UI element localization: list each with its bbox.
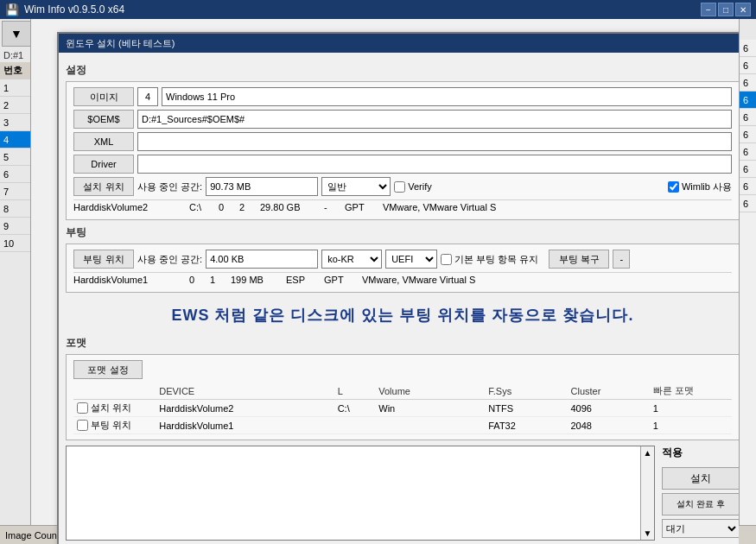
install-disk-num2: 2 — [239, 202, 257, 212]
image-count-label: Image Count — [5, 530, 60, 541]
boot-uefi-dropdown[interactable]: UEFI BIOS — [385, 250, 437, 269]
col-device: DEVICE — [156, 383, 334, 400]
boot-restore-btn[interactable]: 부팅 복구 — [549, 250, 609, 269]
boot-minus-btn[interactable]: - — [613, 250, 630, 269]
format-boot-cluster: 2048 — [568, 417, 650, 434]
left-sidebar: ▼ D:#1 번호 1 2 3 4 5 6 7 8 9 10 — [0, 19, 31, 544]
boot-space-label: 사용 중인 공간: — [137, 253, 202, 266]
xml-input[interactable] — [137, 132, 732, 151]
format-boot-checkbox[interactable] — [77, 420, 88, 431]
format-install-letter: C:\ — [334, 400, 376, 417]
sidebar-row-1[interactable]: 1 — [0, 79, 30, 97]
boot-lang-dropdown[interactable]: ko-KR — [321, 250, 382, 269]
image-label: 이미지 — [73, 87, 134, 106]
format-install-checkbox[interactable] — [77, 402, 88, 414]
sidebar-row-9[interactable]: 9 — [0, 218, 30, 235]
format-settings-btn[interactable]: 포맷 설정 — [73, 360, 143, 379]
maximize-button[interactable]: □ — [718, 3, 734, 16]
wimlib-checkbox-label[interactable]: Wimlib 사용 — [668, 180, 732, 193]
dialog-titlebar: 윈도우 설치 (베타 테스트) — [59, 34, 739, 53]
sidebar-row-5[interactable]: 5 — [0, 149, 30, 166]
col-letter: L — [334, 383, 376, 400]
format-row-install: 설치 위치 HarddiskVolume2 C:\ Win NTFS 4096 … — [73, 400, 732, 417]
install-disk-type: GPT — [345, 202, 379, 212]
settings-section: 이미지 4 $OEM$ XML — [66, 81, 739, 220]
app-title: Wim Info v0.9.5.0 x64 — [24, 3, 124, 16]
disk-label: D:#1 — [0, 48, 30, 62]
format-install-cluster: 4096 — [568, 400, 650, 417]
boot-location-row: 부팅 위치 사용 중인 공간: 4.00 KB ko-KR UEFI BIOS — [73, 250, 732, 269]
app-icon: 💾 — [5, 3, 19, 16]
format-install-device: HarddiskVolume2 — [156, 400, 334, 417]
format-install-fsys: NTFS — [485, 400, 567, 417]
sidebar-row-3[interactable]: 3 — [0, 114, 30, 131]
driver-input[interactable] — [137, 155, 732, 174]
format-settings-row: 포맷 설정 — [73, 360, 732, 379]
format-install-quick: 1 — [650, 400, 732, 417]
format-table: DEVICE L Volume F.Sys Cluster 빠른 포맷 — [73, 383, 732, 434]
keep-boot-checkbox[interactable] — [441, 254, 452, 265]
wait-dropdown[interactable]: 대기 종료 재시작 — [662, 519, 739, 538]
right-row-9: 6 — [740, 178, 756, 195]
sidebar-row-6[interactable]: 6 — [0, 166, 30, 183]
verify-checkbox-label[interactable]: Verify — [394, 181, 432, 193]
install-disk-name: HarddiskVolume2 — [73, 202, 186, 212]
scroll-down-btn[interactable]: ▼ — [642, 527, 654, 540]
col-fsys: F.Sys — [485, 383, 567, 400]
minimize-button[interactable]: − — [701, 3, 716, 16]
sidebar-row-2[interactable]: 2 — [0, 97, 30, 114]
col-apply — [73, 383, 156, 400]
oem-row: $OEM$ — [73, 110, 732, 129]
boot-disk-info: HarddiskVolume1 0 1 199 MB ESP GPT VMwar… — [73, 272, 732, 287]
format-boot-volume — [375, 417, 485, 434]
oem-input[interactable] — [137, 110, 732, 129]
right-row-4: 6 — [740, 92, 756, 109]
install-disk-sep: - — [324, 202, 341, 212]
format-install-volume: Win — [375, 400, 485, 417]
sidebar-row-7[interactable]: 7 — [0, 183, 30, 200]
driver-row: Driver — [73, 155, 732, 174]
dialog-window: 윈도우 설치 (베타 테스트) 설정 이미지 4 — [57, 32, 739, 544]
sidebar-top-button[interactable]: ▼ — [2, 21, 31, 47]
verify-checkbox[interactable] — [394, 181, 405, 193]
format-section: 포맷 설정 DEVICE L Volume F.Sys Clust — [66, 354, 739, 440]
boot-disk-type: GPT — [324, 275, 359, 285]
boot-space-value: 4.00 KB — [206, 250, 318, 269]
right-row-8: 6 — [740, 161, 756, 178]
close-button[interactable]: ✕ — [735, 3, 751, 16]
image-name-input[interactable] — [162, 87, 732, 106]
right-row-5: 6 — [740, 109, 756, 126]
install-location-btn[interactable]: 설치 위치 — [73, 177, 134, 196]
right-row-6: 6 — [740, 126, 756, 143]
install-disk-num0: 0 — [219, 202, 236, 212]
format-row-boot: 부팅 위치 HarddiskVolume1 FAT32 2048 1 — [73, 417, 732, 434]
settings-section-label: 설정 — [66, 63, 739, 78]
verify-label: Verify — [408, 181, 432, 192]
format-boot-device: HarddiskVolume1 — [156, 417, 334, 434]
keep-boot-label[interactable]: 기본 부팅 항목 유지 — [441, 253, 538, 266]
apply-label: 적용 — [662, 446, 739, 460]
after-install-button[interactable]: 설치 완료 후 — [662, 493, 739, 516]
action-buttons: 적용 설치 설치 완료 후 대기 종료 재시작 닫기 — [662, 446, 739, 544]
boot-section-label: 부팅 — [66, 225, 739, 240]
boot-disk-name: HarddiskVolume1 — [73, 275, 186, 285]
boot-disk-num0: 0 — [189, 275, 206, 285]
sidebar-row-8[interactable]: 8 — [0, 200, 30, 218]
driver-label: Driver — [73, 155, 134, 174]
format-section-label: 포맷 — [66, 336, 739, 351]
wimlib-checkbox[interactable] — [668, 181, 679, 193]
dialog-title: 윈도우 설치 (베타 테스트) — [66, 37, 175, 50]
space-label: 사용 중인 공간: — [137, 180, 202, 193]
boot-disk-type2: ESP — [286, 275, 321, 285]
install-type-dropdown[interactable]: 일반 서버 특수 — [321, 177, 391, 196]
sidebar-row-4[interactable]: 4 — [0, 131, 30, 149]
col-cluster: Cluster — [568, 383, 650, 400]
sidebar-row-10[interactable]: 10 — [0, 235, 30, 252]
row-header: 번호 — [0, 62, 30, 79]
boot-disk-device: VMware, VMware Virtual S — [362, 275, 475, 285]
right-row-10: 6 — [740, 195, 756, 212]
scroll-up-btn[interactable]: ▲ — [642, 446, 654, 459]
install-button[interactable]: 설치 — [662, 467, 739, 490]
boot-location-btn[interactable]: 부팅 위치 — [73, 250, 134, 269]
col-quick: 빠른 포맷 — [650, 383, 732, 400]
